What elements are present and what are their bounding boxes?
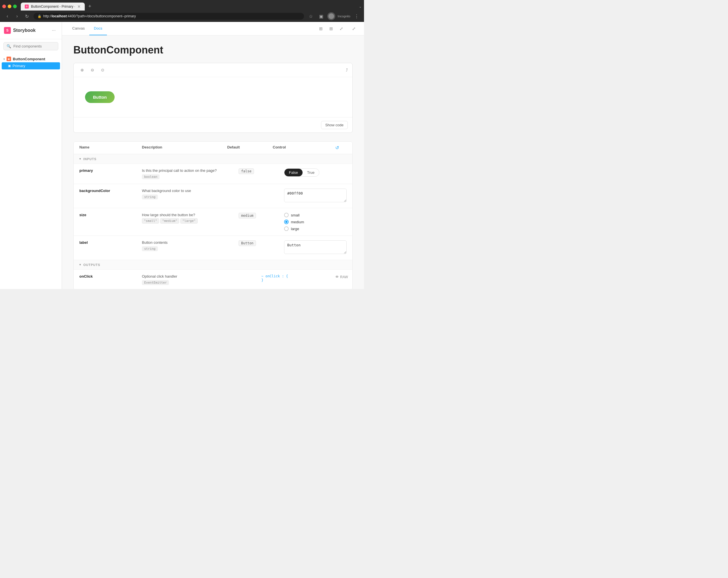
tab-title: ButtonComponent - Primary · [31,4,75,8]
row-desc-text: Optional click handler [142,274,216,278]
row-default-label: Button [239,241,284,246]
type-badge-large: "large" [180,218,197,224]
tab-docs[interactable]: Docs [89,22,107,35]
search-icon: 🔍 [6,44,11,48]
expand-button[interactable]: ⤢ [349,24,358,33]
table-row: label Button contents string Button Butt… [74,236,352,260]
zoom-reset-button[interactable]: ⊙ [99,66,107,74]
forward-button[interactable]: › [13,12,21,20]
row-name-bgcolor: backgroundColor [79,189,142,193]
row-desc-text: Is this the principal call to action on … [142,168,239,173]
bgcolor-input[interactable]: #00ff00 [284,189,347,202]
address-bar: ‹ › ↻ 🔒 http://localhost:4400/?path=/doc… [0,10,364,22]
storybook-name: Storybook [13,28,35,33]
menu-button[interactable]: ⋮ [353,12,361,20]
component-icon: ▣ [6,57,11,61]
row-name-size: size [79,213,142,217]
col-reset-header: ↺ [335,145,347,150]
table-header: Name Description Default Control ↺ [74,142,352,154]
tab-canvas-label: Canvas [72,26,85,30]
row-desc-bgcolor: What background color to use string [142,189,239,199]
profile-button[interactable] [327,12,335,20]
col-default-header: Default [227,145,273,150]
true-option[interactable]: True [303,169,319,176]
radio-label-large: large [291,227,299,231]
row-control-primary: False True [284,168,347,177]
inputs-chevron-icon[interactable]: ▾ [79,157,81,161]
inputs-section-header: ▾ INPUTS [74,154,352,164]
radio-circle-medium [284,220,289,224]
row-desc-primary: Is this the principal call to action on … [142,168,239,179]
radio-medium[interactable]: medium [284,220,347,224]
reset-controls-button[interactable]: ↺ [335,145,339,150]
sidebar-item-primary[interactable]: ▣ Primary [2,62,60,69]
image-view-button[interactable]: ⊞ [316,24,325,33]
radio-large[interactable]: large [284,226,347,231]
sidebar-toggle-button[interactable]: ▣ [317,12,325,20]
default-badge: medium [239,213,256,219]
eye-icon: 👁 [335,275,339,279]
table-row: size How large should the button be? "sm… [74,208,352,236]
toolbar: Canvas Docs ⊞ ⊞ ⤢ ⤢ [62,22,364,35]
bookmark-button[interactable]: ☆ [307,12,315,20]
back-button[interactable]: ‹ [3,12,11,20]
nav-group-buttoncomponent: ▾ ▣ ButtonComponent ▣ Primary [0,55,62,69]
col-desc-header: Description [142,145,227,150]
default-badge: false [239,168,254,174]
grid-view-button[interactable]: ⊞ [327,24,336,33]
outputs-section-label: OUTPUTS [83,263,100,267]
tab-favicon: S [25,4,29,8]
storybook-logo: S Storybook [4,27,35,34]
fullscreen-button[interactable]: ⤢ [337,24,346,33]
row-default-primary: false [239,168,284,174]
size-radio-group: small medium large [284,213,347,231]
storybook-icon: S [4,27,11,34]
browser-chrome: S ButtonComponent - Primary · ✕ + ⌄ ‹ › … [0,0,364,22]
label-input[interactable]: Button [284,241,347,254]
zoom-out-button[interactable]: ⊖ [88,66,97,74]
row-name-label: label [79,241,142,245]
tab-overflow-icon[interactable]: ⌄ [359,4,362,8]
close-button[interactable] [2,4,6,8]
active-tab[interactable]: S ButtonComponent - Primary · ✕ [21,3,85,10]
radio-label-medium: medium [291,220,304,224]
search-input[interactable] [14,44,61,48]
tab-canvas[interactable]: Canvas [68,22,89,35]
type-badge: string [142,246,158,251]
row-desc-onclick: Optional click handler EventEmitter [142,274,216,285]
story-icon: ▣ [8,64,11,68]
minimize-button[interactable] [8,4,11,8]
preview-toolbar: ⊕ ⊖ ⊙ ⤴ [74,63,352,77]
onclick-row: onClick Optional click handler EventEmit… [74,270,352,289]
radio-small[interactable]: small [284,213,347,217]
maximize-button[interactable] [13,4,17,8]
search-input-wrap[interactable]: 🔍 / [3,42,58,50]
raw-button[interactable]: 👁 RAW [335,275,348,279]
type-badges: "small" "medium" "large" [142,218,239,224]
outputs-section-header: ▾ OUTPUTS [74,260,352,270]
sidebar: S Storybook ··· 🔍 / ▾ ▣ ButtonComponent … [0,22,62,289]
demo-button[interactable]: Button [85,91,114,103]
row-name-onclick: onClick [79,274,142,278]
tab-close-icon[interactable]: ✕ [77,4,81,9]
row-raw-onclick: 👁 RAW [335,274,347,279]
new-tab-button[interactable]: + [86,2,94,10]
url-bar[interactable]: 🔒 http://localhost:4400/?path=/docs/butt… [33,13,304,20]
url-text: http://localhost:4400/?path=/docs/button… [43,14,136,18]
type-badge-medium: "medium" [160,218,179,224]
reload-button[interactable]: ↻ [23,12,31,20]
profile-icon [329,14,334,19]
row-desc-size: How large should the button be? "small" … [142,213,239,224]
false-option[interactable]: False [284,169,303,176]
show-code-bar: Show code [74,117,352,132]
preview-box: ⊕ ⊖ ⊙ ⤴ Button Show code [73,63,353,133]
preview-area: Button [74,77,352,117]
col-name-header: Name [79,145,142,150]
show-code-button[interactable]: Show code [321,121,348,129]
nav-group-header[interactable]: ▾ ▣ ButtonComponent [0,55,62,62]
sidebar-menu-button[interactable]: ··· [50,26,58,34]
sidebar-header: S Storybook ··· [0,22,62,39]
outputs-chevron-icon[interactable]: ▾ [79,263,81,267]
zoom-in-button[interactable]: ⊕ [78,66,86,74]
share-button[interactable]: ⤴ [346,68,348,72]
